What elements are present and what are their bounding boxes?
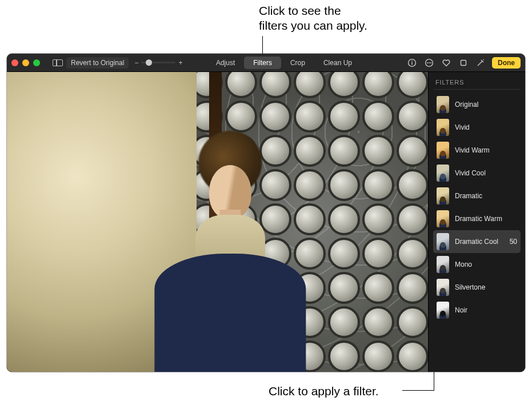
filter-label: Vivid Warm (455, 146, 517, 154)
filter-thumbnail (437, 256, 449, 273)
filter-label: Vivid (455, 123, 517, 131)
filter-item-vivid-cool[interactable]: Vivid Cool (433, 162, 521, 185)
svg-rect-2 (411, 61, 412, 61)
filter-item-dramatic[interactable]: Dramatic (433, 185, 521, 207)
rotate-icon[interactable] (458, 57, 469, 69)
svg-point-4 (427, 62, 428, 63)
filter-thumbnail (437, 119, 449, 136)
zoom-in-icon: + (178, 59, 182, 67)
filter-item-silvertone[interactable]: Silvertone (433, 276, 521, 299)
filter-label: Silvertone (455, 283, 517, 291)
filter-thumbnail (437, 187, 449, 204)
edit-mode-tabs: Adjust Filters Crop Clean Up (207, 57, 361, 69)
filter-label: Dramatic Cool (455, 238, 504, 246)
filter-item-mono[interactable]: Mono (433, 253, 521, 276)
filter-item-dramatic-cool[interactable]: Dramatic Cool50 (433, 230, 521, 253)
filter-thumbnail (437, 302, 449, 319)
filter-label: Noir (455, 306, 517, 314)
callout-line (402, 390, 434, 391)
filter-thumbnail (437, 210, 449, 227)
filters-list: OriginalVividVivid WarmVivid CoolDramati… (433, 93, 521, 322)
filter-thumbnail (437, 233, 449, 250)
filter-item-noir[interactable]: Noir (433, 299, 521, 322)
filter-item-vivid[interactable]: Vivid (433, 116, 521, 139)
minimize-window-icon[interactable] (22, 59, 29, 66)
filter-label: Vivid Cool (455, 169, 517, 177)
filter-item-vivid-warm[interactable]: Vivid Warm (433, 139, 521, 162)
filter-label: Original (455, 101, 517, 109)
window-controls[interactable] (11, 59, 40, 66)
photo-subject (154, 126, 306, 372)
filter-label: Dramatic (455, 192, 517, 200)
photo-canvas[interactable] (7, 72, 428, 372)
toolbar: Revert to Original − + Adjust Filters Cr… (7, 54, 525, 72)
tab-crop[interactable]: Crop (281, 57, 314, 69)
auto-enhance-icon[interactable] (475, 57, 486, 69)
callout-filters-tab: Click to see the filters you can apply. (259, 3, 367, 34)
callout-apply-filter: Click to apply a filter. (269, 384, 379, 399)
sidebar-toggle-icon[interactable] (53, 59, 63, 66)
tab-filters[interactable]: Filters (244, 57, 281, 69)
filter-thumbnail (437, 279, 449, 296)
fullscreen-window-icon[interactable] (33, 59, 40, 66)
filter-item-original[interactable]: Original (433, 93, 521, 116)
toolbar-right: Done (406, 57, 521, 69)
zoom-out-icon: − (134, 59, 138, 67)
zoom-slider[interactable]: − + (134, 59, 182, 67)
svg-point-5 (429, 62, 430, 63)
svg-rect-7 (461, 60, 466, 65)
info-icon[interactable] (406, 57, 418, 69)
svg-point-6 (430, 62, 431, 63)
close-window-icon[interactable] (11, 59, 18, 66)
filter-item-dramatic-warm[interactable]: Dramatic Warm (433, 207, 521, 230)
filters-panel: FILTERS OriginalVividVivid WarmVivid Coo… (428, 72, 525, 372)
filter-thumbnail (437, 165, 449, 182)
filters-panel-title: FILTERS (435, 79, 521, 86)
done-button[interactable]: Done (492, 57, 521, 69)
zoom-track[interactable] (141, 62, 175, 63)
favorite-heart-icon[interactable] (441, 57, 452, 69)
tab-adjust[interactable]: Adjust (207, 57, 244, 69)
filter-label: Mono (455, 260, 517, 268)
photos-edit-window: Revert to Original − + Adjust Filters Cr… (7, 54, 525, 372)
divider (433, 89, 521, 90)
more-options-icon[interactable] (423, 57, 435, 69)
filter-label: Dramatic Warm (455, 215, 517, 223)
tab-cleanup[interactable]: Clean Up (314, 57, 361, 69)
revert-to-original-button[interactable]: Revert to Original (66, 57, 129, 69)
filter-intensity-value: 50 (510, 238, 517, 246)
filter-thumbnail (437, 96, 449, 113)
editor-content: FILTERS OriginalVividVivid WarmVivid Coo… (7, 72, 525, 372)
zoom-thumb[interactable] (146, 59, 152, 66)
filter-thumbnail (437, 142, 449, 159)
svg-rect-1 (411, 62, 412, 65)
